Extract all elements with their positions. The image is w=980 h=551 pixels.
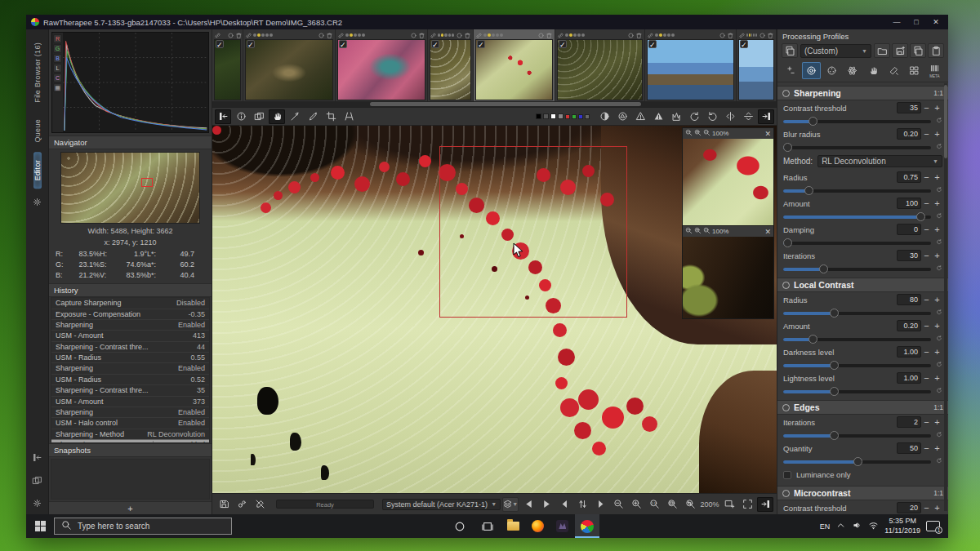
decrement-button[interactable]: − bbox=[921, 504, 932, 513]
section-header-sharpening[interactable]: Sharpening1:1 bbox=[777, 86, 948, 100]
paint-app-icon[interactable] bbox=[550, 514, 575, 538]
power-toggle-icon[interactable] bbox=[782, 490, 790, 497]
reset-icon[interactable] bbox=[931, 309, 942, 318]
detail-zoom-plus-icon[interactable] bbox=[694, 129, 702, 138]
slider-value-box[interactable]: 1.00 bbox=[897, 346, 921, 358]
decrement-button[interactable]: − bbox=[921, 322, 932, 331]
next-image-icon[interactable] bbox=[592, 497, 608, 512]
before-after-view-icon[interactable] bbox=[251, 109, 267, 124]
taskbar-search-input[interactable]: Type here to search bbox=[54, 518, 232, 535]
histogram-profile-icon[interactable] bbox=[668, 109, 684, 124]
rank-star-icon[interactable] bbox=[573, 33, 577, 37]
rank-star-icon[interactable] bbox=[751, 33, 753, 37]
white-balance-picker-icon[interactable] bbox=[305, 109, 321, 124]
histogram-luma-toggle[interactable]: L bbox=[53, 64, 62, 73]
transform-tab[interactable] bbox=[864, 62, 883, 79]
detail-window-2[interactable]: 1:1100%✕ bbox=[682, 225, 774, 319]
reset-icon[interactable] bbox=[931, 117, 942, 126]
history-row[interactable]: Sharpening - Contrast thre...44 bbox=[51, 342, 209, 353]
rank-star-icon[interactable] bbox=[358, 33, 361, 37]
cortana-button[interactable] bbox=[446, 514, 474, 538]
rank-star-icon[interactable] bbox=[261, 33, 265, 37]
thumbnail-image[interactable]: ✓ bbox=[337, 39, 425, 100]
save-image-icon[interactable] bbox=[216, 497, 232, 512]
rank-star-icon[interactable] bbox=[667, 33, 670, 37]
filmstrip-scroll-thumb[interactable] bbox=[370, 102, 641, 106]
rank-star-icon[interactable] bbox=[749, 33, 751, 37]
tab-queue[interactable]: Queue bbox=[33, 113, 42, 149]
maximize-button[interactable]: □ bbox=[907, 18, 925, 26]
locallab-tab[interactable] bbox=[884, 62, 903, 79]
checkbox-luminance-only[interactable]: Luminance only bbox=[777, 467, 948, 482]
rank-star-icon[interactable] bbox=[569, 33, 572, 37]
rank-star-icon[interactable] bbox=[577, 33, 581, 37]
thumbnail-image[interactable]: ✓ bbox=[214, 39, 241, 100]
crop-tool-icon[interactable] bbox=[323, 109, 339, 124]
thumbnail-image[interactable]: ✓ bbox=[245, 39, 333, 100]
rank-star-icon[interactable] bbox=[755, 33, 757, 37]
minimize-button[interactable]: — bbox=[888, 18, 906, 26]
slider-knob[interactable] bbox=[783, 143, 792, 152]
rank-star-icon[interactable] bbox=[345, 33, 349, 37]
rank-star-icon[interactable] bbox=[265, 33, 269, 37]
filmstrip-thumbnail[interactable]: ✓ bbox=[737, 29, 777, 101]
preferences-icon[interactable] bbox=[30, 194, 45, 209]
tray-expand-icon[interactable] bbox=[835, 520, 846, 532]
slider-value-box[interactable]: 2 bbox=[897, 416, 921, 428]
rank-star-icon[interactable] bbox=[746, 33, 748, 37]
action-center-icon[interactable]: 1 bbox=[926, 521, 940, 531]
thumbnail-image[interactable]: ✓ bbox=[430, 39, 471, 100]
slider-value-box[interactable]: 20 bbox=[897, 502, 921, 513]
increment-button[interactable]: + bbox=[932, 251, 942, 260]
rank-star-icon[interactable] bbox=[441, 33, 443, 37]
rank-star-icon[interactable] bbox=[483, 33, 487, 37]
language-indicator[interactable]: EN bbox=[820, 522, 831, 531]
navigator-thumbnail[interactable] bbox=[60, 152, 200, 224]
after-view-icon[interactable] bbox=[538, 497, 555, 512]
decrement-button[interactable]: − bbox=[921, 251, 932, 260]
slider-track[interactable] bbox=[783, 268, 931, 271]
raw-tab[interactable] bbox=[905, 62, 924, 79]
decrement-button[interactable]: − bbox=[921, 225, 932, 234]
task-view-button[interactable] bbox=[474, 514, 501, 538]
slider-knob[interactable] bbox=[916, 212, 925, 221]
rank-star-icon[interactable] bbox=[488, 33, 491, 37]
history-row[interactable]: USM - Radius0.52 bbox=[51, 375, 209, 385]
detail-window-1[interactable]: 1:1100%✕ bbox=[682, 127, 774, 229]
rotate-ccw-icon[interactable] bbox=[686, 109, 702, 124]
filmstrip-thumbnail[interactable]: ✓ bbox=[555, 29, 645, 101]
rank-star-icon[interactable] bbox=[659, 33, 662, 37]
section-header-microcontrast[interactable]: Microcontrast1:1 bbox=[777, 486, 948, 500]
increment-button[interactable]: + bbox=[932, 199, 942, 208]
rank-star-icon[interactable] bbox=[581, 33, 585, 37]
rank-star-icon[interactable] bbox=[444, 33, 447, 37]
section-header-local-contrast[interactable]: Local Contrast bbox=[777, 278, 948, 292]
before-view-icon[interactable] bbox=[520, 497, 537, 512]
slider-value-box[interactable]: 0.20 bbox=[897, 320, 921, 331]
slider-track[interactable] bbox=[783, 460, 931, 464]
rank-star-icon[interactable] bbox=[362, 33, 365, 37]
rank-star-icon[interactable] bbox=[663, 33, 666, 37]
decrement-button[interactable]: − bbox=[921, 104, 932, 113]
slider-track[interactable] bbox=[783, 120, 931, 123]
reset-icon[interactable] bbox=[931, 457, 942, 466]
bg-swatch[interactable] bbox=[585, 114, 590, 119]
history-row[interactable]: USM - Radius0.55 bbox=[51, 353, 209, 363]
history-row[interactable]: USM - Amount373 bbox=[51, 397, 209, 407]
rank-star-icon[interactable] bbox=[753, 33, 755, 37]
detail-zoom-11-icon[interactable]: 1:1 bbox=[703, 227, 710, 236]
decrement-button[interactable]: − bbox=[921, 418, 932, 427]
slider-track[interactable] bbox=[783, 364, 931, 367]
bg-swatch[interactable] bbox=[572, 114, 577, 119]
detail-zoom-minus-icon[interactable] bbox=[685, 227, 693, 236]
filmstrip-scrollbar[interactable] bbox=[212, 101, 777, 107]
hand-tool-icon[interactable] bbox=[269, 109, 285, 124]
reset-icon[interactable] bbox=[931, 361, 942, 370]
rendering-intent-select[interactable]: ▼ bbox=[502, 497, 519, 512]
perspective-tool-icon[interactable] bbox=[341, 109, 357, 124]
zoom-100-icon[interactable]: 1:1 bbox=[646, 497, 662, 512]
slider-track[interactable] bbox=[783, 189, 931, 193]
reset-icon[interactable] bbox=[931, 212, 942, 221]
detail-close-icon[interactable]: ✕ bbox=[764, 228, 771, 236]
rank-star-icon[interactable] bbox=[253, 33, 256, 37]
